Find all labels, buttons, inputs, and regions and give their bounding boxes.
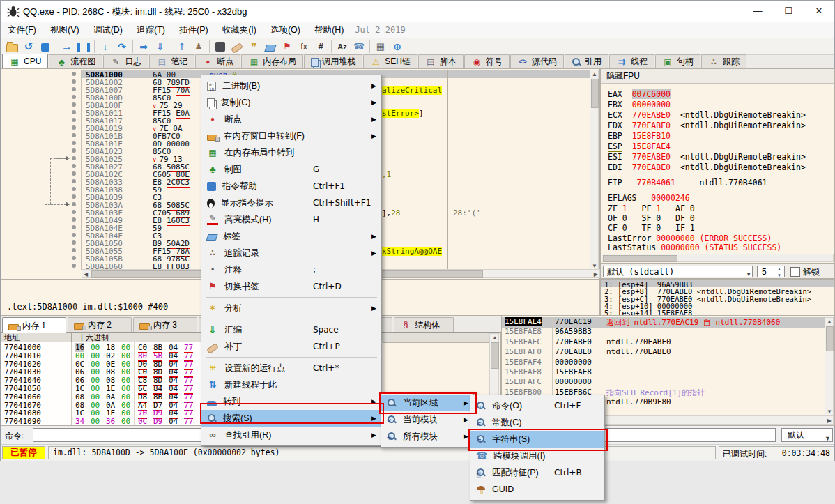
menu-item-查找引用R[interactable]: ∞查找引用(R)▶ xyxy=(201,427,381,443)
argument-row[interactable]: 1: [esp+4] 96A59BB3 xyxy=(601,280,835,287)
dump-column-address[interactable]: 地址 xyxy=(4,333,20,343)
stop-animation-icon[interactable] xyxy=(212,39,229,54)
menu-item-汇编[interactable]: ⇓汇编Space xyxy=(201,321,381,338)
register-row[interactable]: EDX 770EABE0 <ntdll.DbgUiRemoteBreakin> xyxy=(608,121,806,130)
dump-column-hex[interactable]: 十六进制 xyxy=(78,333,109,343)
execute-till-return-icon[interactable]: ⇒ xyxy=(135,39,152,54)
argument-row[interactable]: 4: [esp+10] 00000000 xyxy=(601,302,835,309)
step-over-icon[interactable]: ↷ xyxy=(114,39,130,54)
intermodular-calls-icon[interactable]: ☎ xyxy=(351,39,367,54)
tab-引用[interactable]: 引用 xyxy=(565,54,608,68)
step-into-icon[interactable]: ↓ xyxy=(97,39,114,54)
tab-调用堆栈[interactable]: 调用堆栈 xyxy=(304,54,362,68)
registers-hscrollbar[interactable] xyxy=(602,254,834,262)
menu-选项O[interactable]: 选项(O) xyxy=(263,22,307,39)
register-row-eip[interactable]: EIP 770B4061 ntdll.770B4061 xyxy=(608,178,767,188)
menu-item-显示指令提示[interactable]: 显示指令提示Ctrl+Shift+F1 xyxy=(201,194,381,211)
stack-row[interactable]: 15E8FAE4770EAC19返回到 ntdll.770EAC19 自 ntd… xyxy=(502,317,825,328)
case-sensitive-icon[interactable]: Az xyxy=(334,39,351,54)
tab-断点[interactable]: ●断点 xyxy=(195,54,240,68)
register-row[interactable]: EBP 15E8FB10 xyxy=(608,131,671,141)
tab-跟踪[interactable]: ∴跟踪 xyxy=(701,54,746,68)
unlock-checkbox[interactable] xyxy=(790,267,800,277)
menu-插件P[interactable]: 插件(P) xyxy=(172,22,215,39)
run-to-user-code-icon[interactable]: ⇑ xyxy=(174,39,190,54)
tab-流程图[interactable]: ♣流程图 xyxy=(49,54,102,68)
menu-item-注释[interactable]: •注释; xyxy=(201,261,381,278)
stack-vscrollbar[interactable]: ▲ ▼ xyxy=(825,317,834,416)
tab-内存 2[interactable]: 内存 2 xyxy=(68,317,132,332)
tab-线程[interactable]: ⇉线程 xyxy=(609,54,654,68)
argument-row[interactable]: 3: [esp+C] 770EABE0 <ntdll.DbgUiRemoteBr… xyxy=(601,295,835,302)
stop-debuggee-icon[interactable] xyxy=(37,39,54,54)
menu-item-跨模块调用I[interactable]: ☎跨模块调用(I) xyxy=(470,448,604,464)
register-row[interactable]: ECX 770EABE0 <ntdll.DbgUiRemoteBreakin> xyxy=(608,110,806,120)
tab-符号[interactable]: ◉符号 xyxy=(464,54,510,68)
close-button[interactable]: ✕ xyxy=(804,1,834,21)
tab-内存布局[interactable]: ▦内存布局 xyxy=(241,54,303,68)
last-status-row[interactable]: LastStatus 00000000 (STATUS_SUCCESS) xyxy=(608,243,781,252)
maximize-button[interactable]: ☐ xyxy=(773,1,804,21)
tab-结构体[interactable]: §结构体 xyxy=(394,317,454,332)
tab-句柄[interactable]: ▣句柄 xyxy=(655,54,700,68)
last-error-row[interactable]: LastError 00000000 (ERROR_SUCCESS) xyxy=(608,234,772,243)
menu-item-分析[interactable]: ✶分析▶ xyxy=(201,300,381,316)
tab-脚本[interactable]: ▤脚本 xyxy=(418,54,464,68)
stack-row[interactable]: 15E8FAF400000000 xyxy=(502,358,825,368)
flags-row[interactable]: OF 0 SF 0 DF 0 xyxy=(608,213,709,223)
menu-帮助H[interactable]: 帮助(H) xyxy=(307,22,351,39)
tab-源代码[interactable]: <>源代码 xyxy=(510,54,564,68)
tab-SEH链[interactable]: ⚠SEH链 xyxy=(363,54,418,68)
menu-item-制图[interactable]: ♣制图G xyxy=(201,161,381,178)
tab-内存 3[interactable]: 内存 3 xyxy=(133,317,197,332)
command-mode-select[interactable]: 默认▼ xyxy=(781,428,833,442)
stack-row[interactable]: 15E8FAF815E8FAE8 xyxy=(502,367,825,378)
register-row[interactable]: EBX 00000000 xyxy=(608,100,671,109)
calculator-icon[interactable]: ▦ xyxy=(372,39,389,54)
menu-item-字符串S[interactable]: ❝字符串(S) xyxy=(470,431,604,448)
stack-row[interactable]: 15E8FAEC770EABE0ntdll.770EABE0 xyxy=(502,337,825,348)
patch-icon[interactable] xyxy=(229,39,245,54)
step-out-icon[interactable]: ⇓ xyxy=(152,39,169,54)
minimize-button[interactable]: — xyxy=(742,1,773,21)
calling-convention-select[interactable]: 默认 (stdcall)▼ xyxy=(603,266,753,277)
argument-row[interactable]: 5: [esp+14] 15E8FAE8 xyxy=(601,309,835,316)
tab-内存 1[interactable]: 内存 1 xyxy=(2,317,66,333)
register-row[interactable]: ESI 770EABE0 <ntdll.DbgUiRemoteBreakin> xyxy=(608,152,806,162)
argument-row[interactable]: 2: [esp+8] 770EABE0 <ntdll.DbgUiRemoteBr… xyxy=(601,287,835,294)
menu-item-二进制B[interactable]: 二进制(B)▶ xyxy=(201,77,381,94)
open-file-icon[interactable] xyxy=(3,39,20,54)
menu-item-高亮模式H[interactable]: ✎高亮模式(H)H xyxy=(201,211,381,228)
menu-item-在内存布局中转到[interactable]: ▦在内存布局中转到 xyxy=(201,144,381,161)
restart-icon[interactable]: ↺ xyxy=(20,39,37,54)
menu-item-补丁[interactable]: 补丁Ctrl+P xyxy=(201,338,381,355)
tab-笔记[interactable]: ▤笔记 xyxy=(149,54,194,68)
register-row[interactable]: ESP 15E8FAE4 xyxy=(608,142,671,151)
flags-row[interactable]: CF 0 TF 0 IF 1 xyxy=(608,223,709,233)
comments-icon[interactable]: ❞ xyxy=(245,39,262,54)
labels-icon[interactable] xyxy=(262,39,279,54)
menu-item-设置新的运行点[interactable]: ✳设置新的运行点Ctrl+* xyxy=(201,360,381,376)
disasm-vscrollbar[interactable]: ▲ ▼ xyxy=(590,70,599,270)
stack-row[interactable]: 15E8FAFC00000000 xyxy=(502,377,825,388)
functions-icon[interactable]: fx xyxy=(296,39,312,54)
internet-icon[interactable]: ⊕ xyxy=(389,39,406,54)
menu-item-追踪记录[interactable]: ∴追踪记录▶ xyxy=(201,245,381,261)
switch-thread-icon[interactable]: ♟ xyxy=(190,39,207,54)
menu-item-切换书签[interactable]: ⚑切换书签Ctrl+D xyxy=(201,278,381,295)
flags-row[interactable]: ZF 1 PF 1 AF 0 xyxy=(608,204,709,213)
register-row[interactable]: EAX 007C6000 xyxy=(608,89,671,99)
menu-文件F[interactable]: 文件(F) xyxy=(1,22,43,39)
menu-收藏夹I[interactable]: 收藏夹(I) xyxy=(215,22,263,39)
menu-item-新建线程于此[interactable]: ⇅新建线程于此 xyxy=(201,376,381,393)
menu-item-断点[interactable]: ●断点▶ xyxy=(201,111,381,128)
menu-item-复制C[interactable]: 复制(C)▶ xyxy=(201,94,381,111)
menu-item-GUID[interactable]: GUID xyxy=(470,481,604,498)
constants-icon[interactable]: # xyxy=(312,39,329,54)
run-icon[interactable]: → xyxy=(59,39,75,54)
menu-item-在内存窗口中转到F[interactable]: 在内存窗口中转到(F)▶ xyxy=(201,128,381,144)
menu-item-标签[interactable]: 标签▶ xyxy=(201,228,381,245)
menu-item-常数C[interactable]: #常数(C) xyxy=(470,414,604,431)
stack-row[interactable]: 15E8FAE896A59BB3 xyxy=(502,327,825,337)
menu-item-转到[interactable]: 转到▶ xyxy=(201,393,381,410)
